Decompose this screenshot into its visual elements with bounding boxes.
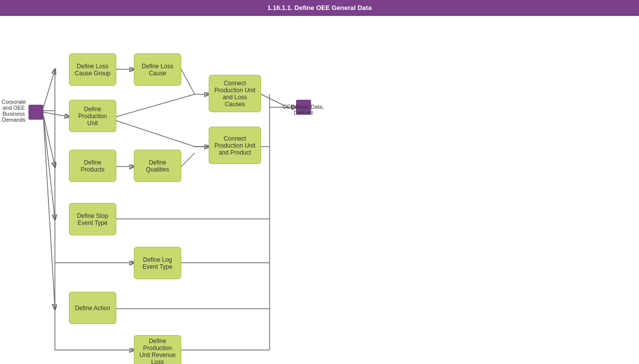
svg-line-1: [43, 112, 69, 117]
corporate-label: Corporate and OEE Business Demands: [0, 93, 27, 128]
define-stop-event-type-node[interactable]: Define Stop Event Type: [69, 203, 116, 235]
svg-line-2: [43, 116, 55, 167]
diagram-canvas: Corporate and OEE Business Demands Defin…: [0, 16, 639, 364]
header-title: 1.16.1.1. Define OEE General Data: [268, 4, 372, 11]
page-header: 1.16.1.1. Define OEE General Data: [0, 0, 639, 16]
connect-prod-loss-node[interactable]: Connect Production Unit and Loss Causes: [209, 75, 261, 112]
oee-basic-label: OEE Basic Data, Defined: [280, 97, 327, 122]
svg-line-11: [116, 121, 195, 147]
define-production-unit-revenue-loss-node[interactable]: Define Production Unit Revenue Loss: [134, 335, 181, 364]
define-log-event-type-node[interactable]: Define Log Event Type: [134, 247, 181, 279]
define-qualities-node[interactable]: Define Qualities: [134, 150, 181, 182]
svg-line-8: [181, 69, 195, 94]
svg-line-10: [116, 94, 195, 117]
connect-prod-product-node[interactable]: Connect Production Unit and Product: [209, 127, 261, 164]
define-action-node[interactable]: Define Action: [69, 292, 116, 324]
svg-line-0: [43, 70, 55, 107]
define-production-unit-node[interactable]: Define Production Unit: [69, 100, 116, 132]
start-node: [28, 105, 43, 120]
svg-line-14: [181, 153, 195, 167]
svg-line-4: [43, 118, 55, 309]
define-loss-cause-group-node[interactable]: Define Loss Cause Group: [69, 53, 116, 86]
define-products-node[interactable]: Define Products: [69, 150, 116, 182]
svg-line-3: [43, 117, 55, 219]
define-loss-cause-node[interactable]: Define Loss Cause: [134, 53, 181, 86]
